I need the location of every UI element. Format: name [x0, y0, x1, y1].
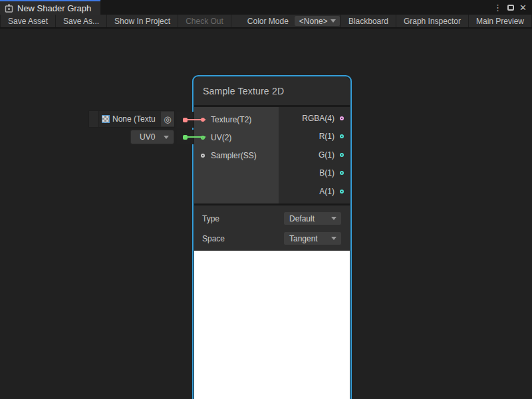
port-label: Sampler(SS) [211, 151, 257, 160]
node-controls: Type Default Space Tangent [194, 205, 350, 251]
output-port-g[interactable] [340, 153, 344, 157]
chevron-down-icon [331, 19, 336, 23]
space-value: Tangent [289, 234, 318, 243]
port-row: Sampler(SS) [194, 146, 279, 164]
blackboard-button[interactable]: Blackboard [340, 15, 396, 27]
chevron-down-icon [331, 237, 336, 240]
object-field-spacer [89, 111, 99, 127]
output-port-a[interactable] [340, 190, 344, 194]
port-label: UV(2) [211, 133, 231, 142]
type-dropdown[interactable]: Default [283, 211, 342, 225]
port-row: R(1) [279, 128, 344, 146]
port-label: Texture(T2) [211, 115, 251, 124]
node-ports: Texture(T2) UV(2) Sampler(SS) RGBA(4) R(… [194, 107, 350, 203]
object-picker-icon: ◎ [164, 114, 171, 124]
maximize-icon[interactable] [507, 5, 514, 11]
toolbar: Save Asset Save As... Show In Project Ch… [0, 15, 532, 29]
uv-channel-value: UV0 [140, 132, 155, 142]
chevron-down-icon [331, 217, 336, 220]
output-port-b[interactable] [340, 171, 344, 175]
port-row: Texture(T2) [194, 110, 279, 128]
output-port-rgba[interactable] [340, 116, 344, 120]
chevron-down-icon [164, 136, 169, 139]
color-mode-value: <None> [299, 17, 328, 26]
show-in-project-button[interactable]: Show In Project [107, 15, 178, 27]
check-out-button: Check Out [178, 15, 231, 27]
node-preview [194, 251, 350, 399]
close-icon[interactable]: ✕ [519, 3, 527, 12]
texture-object-field[interactable]: None (Textu ◎ [88, 110, 175, 128]
save-as-button[interactable]: Save As... [56, 15, 107, 27]
port-label: A(1) [319, 187, 334, 196]
save-asset-button[interactable]: Save Asset [0, 15, 56, 27]
port-label: G(1) [319, 150, 334, 160]
tab-title: New Shader Graph [17, 3, 91, 13]
port-row: B(1) [279, 164, 344, 183]
uv-channel-dropdown[interactable]: UV0 [130, 130, 174, 144]
port-row: G(1) [279, 146, 344, 164]
texture-thumbnail-icon [102, 115, 110, 123]
tab-strip: New Shader Graph ⋮ ✕ [0, 0, 532, 15]
texture-wire [186, 119, 205, 120]
texture-field-value: None (Textu [112, 114, 156, 124]
node-title[interactable]: Sample Texture 2D [194, 77, 350, 105]
object-picker-button[interactable]: ◎ [161, 112, 174, 126]
graph-inspector-button[interactable]: Graph Inspector [396, 15, 469, 27]
type-label: Type [202, 214, 219, 223]
main-preview-button[interactable]: Main Preview [469, 15, 532, 27]
space-dropdown[interactable]: Tangent [283, 231, 342, 245]
node-sample-texture-2d[interactable]: Sample Texture 2D Texture(T2) UV(2) Samp… [192, 75, 352, 399]
color-mode-label: Color Mode [231, 15, 294, 27]
uv-wire [186, 136, 205, 138]
port-label: RGBA(4) [302, 114, 334, 123]
input-port-sampler[interactable] [201, 154, 205, 158]
output-port-r[interactable] [340, 134, 344, 138]
port-label: R(1) [319, 132, 334, 141]
graph-canvas[interactable]: Sample Texture 2D Texture(T2) UV(2) Samp… [0, 30, 532, 399]
texture-field-body: None (Textu [99, 111, 161, 127]
space-label: Space [202, 234, 225, 243]
port-label: B(1) [319, 168, 334, 178]
control-row: Space Tangent [202, 231, 342, 245]
color-mode-dropdown[interactable]: <None> [294, 15, 340, 27]
output-ports-column: RGBA(4) R(1) G(1) B(1) A(1) [279, 107, 350, 203]
control-row: Type Default [202, 211, 342, 225]
port-row: A(1) [279, 182, 344, 201]
shader-graph-icon [5, 4, 13, 13]
menu-kebab-icon[interactable]: ⋮ [493, 3, 502, 12]
tab-new-shader-graph[interactable]: New Shader Graph [0, 0, 100, 15]
port-row: RGBA(4) [279, 109, 344, 128]
port-row: UV(2) [194, 128, 279, 146]
input-ports-column: Texture(T2) UV(2) Sampler(SS) [194, 107, 279, 203]
type-value: Default [289, 214, 315, 223]
